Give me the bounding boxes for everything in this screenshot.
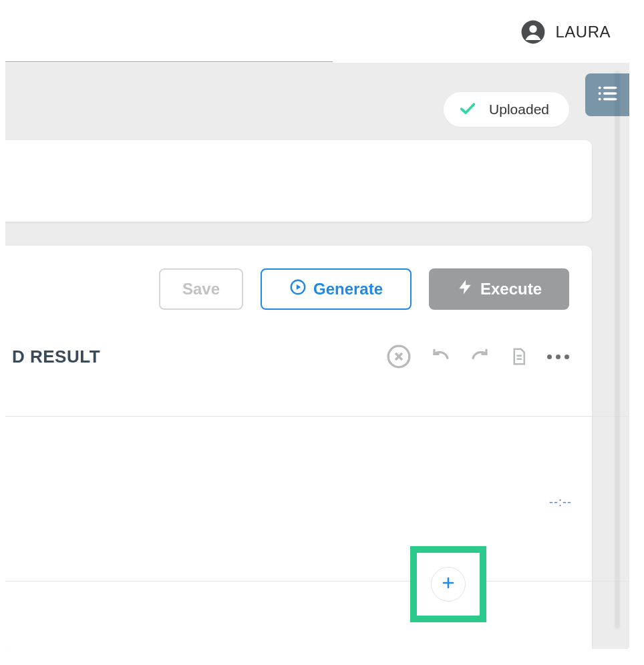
main-panel: Save Generate Execute D RESULT [5,246,592,649]
execute-button-label: Execute [480,280,542,298]
timecode-placeholder: --:-- [549,495,572,509]
document-icon[interactable] [508,347,528,367]
side-list-button[interactable] [585,73,629,116]
divider-2 [5,581,629,582]
header: LAURA [5,5,629,59]
play-circle-icon [289,278,307,300]
bolt-icon [456,278,474,300]
svg-marker-9 [297,284,301,290]
upload-status-label: Uploaded [489,101,549,118]
header-divider [5,61,333,62]
plus-icon [440,575,456,594]
generate-button-label: Generate [313,280,383,298]
svg-point-6 [599,98,601,101]
upload-status-pill: Uploaded [444,92,569,127]
execute-button[interactable]: Execute [429,268,569,310]
save-button[interactable]: Save [159,268,243,310]
section-header-row: D RESULT [5,310,592,370]
check-icon [458,99,477,120]
close-circle-icon[interactable] [385,343,412,370]
more-options-icon[interactable] [547,355,569,359]
save-button-label: Save [182,280,220,298]
undo-icon[interactable] [431,347,451,367]
username-label: LAURA [555,23,611,41]
add-button[interactable] [431,567,466,602]
svg-point-4 [599,92,601,95]
upper-panel [5,140,592,222]
frame-shadow [615,71,620,629]
app-frame: LAURA Uploaded Save Generate [5,5,629,649]
editor-toolbar [385,343,569,370]
action-button-row: Save Generate Execute [5,246,592,310]
redo-icon[interactable] [470,347,490,367]
svg-point-1 [530,25,537,33]
section-title: D RESULT [5,347,100,367]
divider-1 [5,416,629,417]
generate-button[interactable]: Generate [261,268,412,310]
svg-marker-10 [459,280,470,294]
svg-point-2 [599,87,601,89]
user-avatar-icon[interactable] [520,19,546,45]
add-button-highlight [410,546,486,622]
